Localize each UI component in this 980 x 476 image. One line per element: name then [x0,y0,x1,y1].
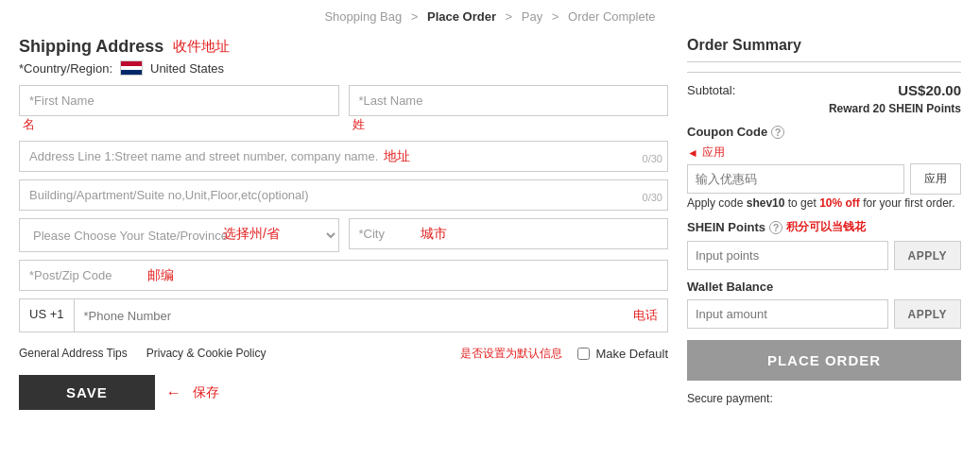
coupon-label: Coupon Code ? [687,125,961,139]
points-label: SHEIN Points ? 积分可以当钱花 [687,219,961,235]
points-apply-button[interactable]: APPLY [894,241,961,270]
make-default-checkbox[interactable] [577,348,590,360]
subtotal-row: Subtotal: US$20.00 [687,82,961,98]
shipping-cn-title: 收件地址 [173,38,230,56]
country-value: United States [150,61,224,76]
reward-suffix: SHEIN Points [888,102,961,115]
last-name-input[interactable] [349,85,669,116]
address2-field: 0/30 [19,179,668,211]
coupon-code: shev10 [747,196,785,210]
coupon-arrow-icon: ◄ [687,146,698,160]
zip-cn: 邮编 [147,267,174,284]
zip-input[interactable] [19,260,668,291]
general-tips-link[interactable]: General Address Tips [19,347,128,360]
first-name-cn: 名 [23,117,35,131]
save-cn-label: 保存 [193,384,219,401]
city-field: 城市 [349,218,669,252]
address2-char-count: 0/30 [643,192,662,203]
coupon-apply-button[interactable]: 应用 [910,163,961,195]
wallet-input-row: APPLY [687,299,961,329]
breadcrumb-sep3: > [552,9,562,24]
last-name-cn: 姓 [352,117,365,131]
address1-char-count: 0/30 [643,153,662,164]
coupon-apply-row: 应用 [687,163,961,195]
make-default-label: Make Default [595,347,668,361]
country-row: *Country/Region: United States [19,60,668,76]
us-flag-icon [120,60,143,76]
shipping-address-panel: Shipping Address 收件地址 *Country/Region: U… [19,37,668,410]
wallet-label: Wallet Balance [687,280,961,294]
order-summary-title: Order Summary [687,37,961,62]
wallet-section: Wallet Balance APPLY [687,280,961,329]
secure-payment: Secure payment: [687,392,961,405]
first-name-input[interactable] [19,85,339,116]
coupon-tip-suffix: to get [784,196,819,210]
coupon-help-icon[interactable]: ? [771,126,784,139]
links-row: General Address Tips Privacy & Cookie Po… [19,347,266,360]
coupon-tip-end: for your first order. [860,196,955,210]
state-select[interactable]: Please Choose Your State/Province [19,218,339,252]
state-city-row: Please Choose Your State/Province 选择州/省 … [19,218,668,252]
last-name-field: 姓 [349,85,669,133]
subtotal-value: US$20.00 [898,82,961,98]
phone-input[interactable] [75,299,619,332]
phone-row-container: US +1 电话 [19,298,668,332]
address1-row: 地址 0/30 [19,141,668,172]
coupon-apply-cn-label: 应用 [702,144,725,161]
wallet-apply-button[interactable]: APPLY [894,299,961,329]
first-name-field: 名 [19,85,339,133]
points-cn-note: 积分可以当钱花 [786,219,866,235]
coupon-section: Coupon Code ? ◄ 应用 应用 Apply code shev10 … [687,125,961,210]
country-label: *Country/Region: [19,61,112,76]
coupon-tip-text: Apply code [687,196,747,210]
subtotal-label: Subtotal: [687,83,735,97]
summary-divider [687,72,961,73]
coupon-tip: Apply code shev10 to get 10% off for you… [687,196,961,210]
coupon-input[interactable] [687,164,904,194]
city-cn: 城市 [421,226,447,243]
points-input[interactable] [687,241,888,270]
links-default-row: General Address Tips Privacy & Cookie Po… [19,340,668,362]
address1-input[interactable] [19,141,668,172]
breadcrumb-order-complete: Order Complete [568,9,655,24]
state-field: Please Choose Your State/Province 选择州/省 [19,218,339,252]
save-arrow-icon: ← [166,384,181,401]
phone-prefix: US +1 [20,299,75,332]
zip-row: 邮编 [19,260,668,291]
save-button[interactable]: SAVE [19,375,155,410]
default-row: 是否设置为默认信息 Make Default [460,346,668,362]
privacy-policy-link[interactable]: Privacy & Cookie Policy [146,347,266,360]
wallet-input[interactable] [687,299,888,329]
address1-cn: 地址 [384,148,410,165]
breadcrumb-shopping-bag[interactable]: Shopping Bag [324,9,402,24]
address2-input[interactable] [19,179,668,211]
city-input[interactable] [349,218,669,249]
save-row: SAVE ← 保存 [19,375,668,410]
points-section: SHEIN Points ? 积分可以当钱花 APPLY [687,219,961,270]
points-input-row: APPLY [687,241,961,270]
address2-row: 0/30 [19,179,668,211]
breadcrumb-place-order: Place Order [427,9,496,24]
name-row: 名 姓 [19,85,668,133]
breadcrumb-sep1: > [411,9,421,24]
place-order-button[interactable]: PLACE ORDER [687,340,961,381]
breadcrumb-pay[interactable]: Pay [522,9,542,24]
reward-row: Reward 20 SHEIN Points [687,102,961,115]
address1-field: 地址 0/30 [19,141,668,172]
points-help-icon[interactable]: ? [769,221,782,234]
phone-row: US +1 电话 [19,298,668,332]
reward-text: Reward [829,102,869,115]
breadcrumb-sep2: > [506,9,516,24]
order-summary-panel: Order Summary Subtotal: US$20.00 Reward … [687,37,961,410]
section-title: Shipping Address 收件地址 [19,37,668,57]
phone-cn: 电话 [624,299,667,332]
zip-field: 邮编 [19,260,668,291]
coupon-off: 10% off [819,196,860,210]
shipping-title: Shipping Address [19,37,163,57]
breadcrumb: Shopping Bag > Place Order > Pay > Order… [0,0,980,37]
coupon-input-wrapper: ◄ 应用 [687,144,961,161]
reward-count: 20 [873,102,885,115]
default-cn-note: 是否设置为默认信息 [460,346,562,362]
